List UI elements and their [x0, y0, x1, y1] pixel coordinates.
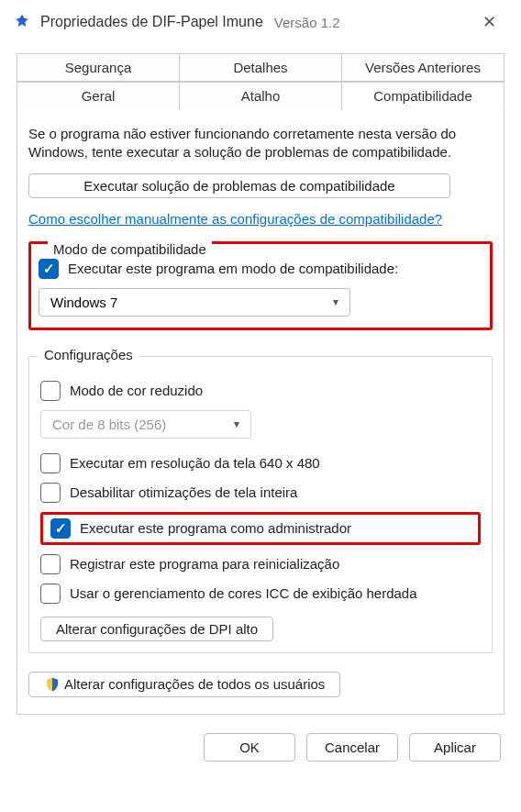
chevron-down-icon: ▾: [333, 295, 338, 308]
tab-security[interactable]: Segurança: [17, 53, 180, 82]
use-icc-checkbox[interactable]: [40, 584, 61, 604]
compat-mode-select[interactable]: Windows 7 ▾: [39, 288, 350, 317]
shield-icon: [44, 676, 61, 693]
chevron-down-icon: ▾: [234, 417, 239, 430]
tabs-row-bottom: Geral Atalho Compatibilidade: [17, 82, 504, 110]
config-groupbox: Configurações Modo de cor reduzido Cor d…: [28, 356, 493, 653]
apply-button[interactable]: Aplicar: [409, 733, 501, 762]
register-restart-checkbox[interactable]: [40, 554, 61, 574]
color-depth-select: Cor de 8 bits (256) ▾: [40, 410, 251, 439]
compat-mode-legend: Modo de compatibilidade: [48, 241, 212, 257]
config-legend: Configurações: [39, 347, 139, 362]
resolution-640-checkbox[interactable]: [40, 453, 61, 473]
tabs-row-top: Segurança Detalhes Versões Anteriores: [17, 53, 504, 82]
tab-previous-versions[interactable]: Versões Anteriores: [342, 53, 504, 82]
tab-details[interactable]: Detalhes: [180, 53, 342, 82]
all-users-button[interactable]: Alterar configurações de todos os usuári…: [28, 672, 340, 697]
reduced-color-label: Modo de cor reduzido: [70, 383, 203, 398]
disable-fullscreen-checkbox[interactable]: [40, 483, 61, 503]
tab-shortcut[interactable]: Atalho: [180, 82, 342, 110]
tab-content: Se o programa não estiver funcionando co…: [17, 110, 504, 715]
disable-fullscreen-label: Desabilitar otimizações de tela inteira: [70, 484, 297, 500]
intro-text: Se o programa não estiver funcionando co…: [28, 125, 493, 162]
titlebar: Propriedades de DIF-Papel Imune Versão 1…: [0, 0, 521, 44]
resolution-640-label: Executar em resolução da tela 640 x 480: [70, 455, 320, 471]
window-title: Propriedades de DIF-Papel Imune: [40, 14, 263, 30]
reduced-color-checkbox[interactable]: [40, 381, 61, 401]
register-restart-label: Registrar este programa para reinicializ…: [70, 556, 339, 572]
compat-mode-selected: Windows 7: [50, 295, 117, 310]
compat-mode-label: Executar este programa em modo de compat…: [68, 261, 398, 276]
tab-compatibility[interactable]: Compatibilidade: [342, 82, 504, 110]
window-version: Versão 1.2: [274, 15, 340, 30]
run-admin-checkbox[interactable]: [50, 518, 71, 539]
compat-mode-highlight: Modo de compatibilidade Executar este pr…: [28, 241, 493, 330]
troubleshoot-button[interactable]: Executar solução de problemas de compati…: [28, 173, 450, 198]
use-icc-label: Usar o gerenciamento de cores ICC de exi…: [70, 585, 417, 601]
color-depth-value: Cor de 8 bits (256): [52, 417, 166, 432]
help-link[interactable]: Como escolher manualmente as configuraçõ…: [28, 211, 493, 227]
footer: OK Cancelar Aplicar: [0, 715, 521, 780]
compat-mode-checkbox[interactable]: [39, 259, 59, 279]
app-icon: [13, 13, 31, 31]
run-admin-highlight: Executar este programa como administrado…: [40, 512, 481, 545]
cancel-button[interactable]: Cancelar: [306, 733, 398, 762]
tab-general[interactable]: Geral: [17, 82, 180, 110]
ok-button[interactable]: OK: [204, 733, 295, 762]
all-users-label: Alterar configurações de todos os usuári…: [64, 676, 325, 692]
dpi-settings-button[interactable]: Alterar configurações de DPI alto: [40, 617, 273, 641]
run-admin-label: Executar este programa como administrado…: [80, 520, 351, 536]
close-icon[interactable]: ✕: [470, 12, 508, 32]
